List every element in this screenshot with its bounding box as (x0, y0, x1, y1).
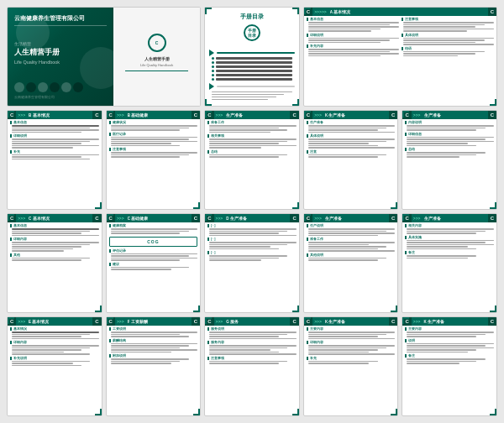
k1-s3: 注意 (307, 150, 396, 158)
c1-corner-tl (8, 214, 14, 221)
a1-l3 (308, 26, 399, 28)
e-corner-br (95, 409, 102, 415)
b3-s2-l (207, 138, 297, 149)
k4-right: C (488, 317, 496, 326)
k2-s3: 总结 (405, 148, 494, 158)
b1-s3: 补充 (10, 150, 99, 160)
a4-l2 (403, 24, 485, 26)
page-K1: C >>> K 生产准备 C 生产准备 具体说明 (303, 110, 399, 210)
k4-title: K 生产准备 (423, 317, 447, 326)
e-s2-l (10, 345, 99, 355)
k2-right: C (488, 111, 496, 119)
a4-l5 (403, 30, 467, 32)
page-c2-header: C >>> C 基础健康 C (107, 214, 201, 222)
d-s3-l (207, 255, 297, 261)
a3-l1 (308, 49, 399, 50)
k2-arrows: >>> (412, 111, 423, 119)
toc-page: 手册目录 手册目录 (204, 7, 300, 107)
k2-title: 生产准备 (423, 111, 443, 119)
cover-page: 云南健康养生管理有限公司 生活精营 人生精营手册 Life Quality Ha… (7, 7, 201, 107)
c3-s3-l (307, 258, 396, 261)
page-c3-header: C >>> 生产准备 C (304, 214, 398, 222)
section-a2-lines (307, 38, 399, 44)
toc-items (205, 47, 299, 102)
toc-list (209, 57, 295, 81)
section-a4: 注意事项 (402, 18, 494, 32)
k3-s2-t: 详细内容 (307, 341, 396, 344)
k4-corner-br (490, 409, 496, 415)
d-corner-br (292, 306, 299, 312)
k4-s1-l (405, 332, 494, 337)
b1-right: C (92, 111, 101, 119)
k3-s3-t: 补充 (307, 357, 396, 360)
page-a-arrows: >>>>> (312, 8, 328, 16)
c1-right: C (92, 214, 101, 222)
k4-s1: 主要内容 (405, 327, 494, 337)
e-s1: 基本情况 (10, 327, 99, 339)
page-a-left: 基本信息 详细说明 (307, 18, 399, 104)
g-corner-br (292, 409, 299, 415)
deco-circle-6 (73, 82, 83, 92)
f-s3-l (109, 358, 198, 364)
page-B1: C >>> B 基本情况 C 基本信息 详细说明 (7, 110, 102, 210)
k1-s1-l (307, 125, 396, 133)
corner-br (292, 99, 299, 106)
k2-s2: 详细信息 (405, 133, 494, 147)
page-C2: C >>> C 基础健康 C 健康档案 COG 评估记录 (106, 213, 202, 313)
section-a4-title: 注意事项 (402, 18, 494, 21)
e-s3-t: 补充说明 (10, 357, 99, 360)
section-a3-lines (307, 49, 399, 56)
k2-s2-l (405, 137, 494, 147)
k3-s1: 主要内容 (307, 327, 396, 339)
c3-content: 生产说明 准备工作 其他说明 (304, 222, 398, 312)
cover-logo-text: C (155, 40, 159, 45)
g-s1: 服务说明 (207, 327, 297, 339)
k4-s3-t: 备注 (405, 354, 494, 358)
b2-right: C (192, 111, 200, 119)
c4-corner-br (490, 306, 496, 312)
f-s2: 薪酬结构 (109, 339, 198, 353)
c3-s1: 生产说明 (307, 224, 396, 236)
k3-right: C (389, 317, 397, 326)
page-f-header: C >>> F 工资薪酬 C (107, 317, 201, 326)
b3-s1-t: 准备工作 (207, 121, 297, 124)
page-a-corner-br (490, 99, 496, 106)
toc-dot-5 (212, 74, 214, 76)
toc-circle-text: 手册目录 (248, 28, 256, 38)
c4-content: 相关内容 具体实施 备注 (402, 222, 496, 312)
a5-l1 (403, 38, 494, 39)
page-k3-header: C >>> K 生产准备 C (304, 317, 398, 326)
a3-l3 (308, 53, 399, 55)
k3-s3: 补充 (307, 357, 396, 364)
b3-corner-tl (205, 111, 212, 118)
page-a-right-col: 注意事项 具体说明 (402, 18, 494, 104)
c4-s1-l (405, 228, 494, 234)
b2-s3: 注意事项 (109, 148, 198, 158)
toc-line-2 (212, 94, 284, 96)
toc-circle: 手册目录 (244, 24, 260, 41)
a1-l4 (308, 29, 381, 30)
f-s2-t: 薪酬结构 (109, 339, 198, 342)
f-arrows: >>> (115, 317, 126, 326)
c3-s1-l (307, 228, 396, 236)
b2-s2: 医疗记录 (109, 133, 198, 147)
c2-s3-t: 建议 (109, 263, 198, 266)
k3-s2-l (307, 345, 396, 355)
d-s1-t: [ · ] (207, 224, 297, 227)
toc-text-6 (216, 78, 292, 81)
k3-corner-tl (304, 317, 311, 324)
k1-s2-l (307, 138, 396, 149)
g-s3: 注意事项 (207, 357, 297, 364)
k1-corner-tl (304, 111, 311, 118)
c4-corner-tl (402, 214, 409, 221)
k4-s1-t: 主要内容 (405, 327, 494, 331)
page-e-header: C >>> E 基本情况 C (8, 317, 102, 326)
b1-corner-br (95, 202, 102, 209)
c3-s2-l (307, 242, 396, 252)
a2-l3 (308, 42, 381, 44)
b2-s2-t: 医疗记录 (109, 133, 198, 136)
d-s2-t: [ · ] (207, 238, 297, 241)
deco-circle-3 (38, 82, 48, 92)
k1-s2-t: 具体说明 (307, 134, 396, 138)
section-a6-lines (402, 51, 494, 57)
